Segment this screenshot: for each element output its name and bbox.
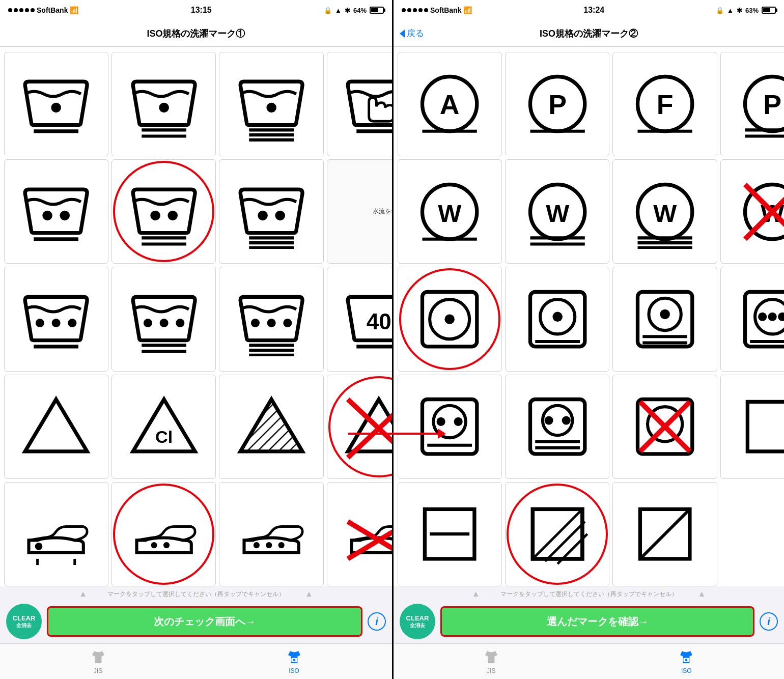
bleach-ok[interactable] <box>4 375 108 479</box>
wash-40-2dot-selected[interactable] <box>111 159 216 264</box>
main-action-button-2[interactable]: 選んだマークを確認→ <box>440 606 754 637</box>
tumble-dry-1dot-bar1[interactable] <box>505 267 609 371</box>
wash-60-3dot[interactable] <box>219 267 323 371</box>
svg-point-110 <box>758 313 767 321</box>
iron-3dot[interactable] <box>219 482 323 586</box>
wifi-icon-2: 📶 <box>463 6 472 14</box>
status-left-1: SoftBank 📶 <box>8 6 78 14</box>
nav-bar-2: 戻る ISO規格の洗濯マーク② <box>394 20 784 47</box>
nav-bar-1: ISO規格の洗濯マーク① <box>0 20 392 47</box>
wet-clean-W2[interactable]: W <box>505 159 609 264</box>
tumble-dry-1dot-selected[interactable] <box>398 267 502 371</box>
svg-point-125 <box>544 416 553 425</box>
tumble-dry-2dot-c[interactable] <box>505 375 609 479</box>
lock-icon-2: 🔒 <box>716 7 724 14</box>
symbols-grid-2: A P F <box>394 47 784 586</box>
handwash[interactable] <box>327 52 392 156</box>
jis-shirt-icon-2 <box>483 649 499 665</box>
wash-60-1dot[interactable] <box>219 52 323 156</box>
tab-iso-2[interactable]: ISO <box>589 644 785 679</box>
wash-30-2dot[interactable] <box>4 159 108 264</box>
clear-label-2: CLEAR <box>406 614 429 623</box>
no-bleach-selected[interactable] <box>327 375 392 479</box>
svg-point-34 <box>267 319 275 327</box>
svg-point-50 <box>254 542 260 548</box>
no-tumble-dry[interactable] <box>612 375 717 479</box>
time-2: 13:24 <box>583 6 604 15</box>
note-1: 水流を示す2本線はこのような表記もあり。 <box>327 159 392 264</box>
svg-text:F: F <box>657 89 674 120</box>
dry-clean-P[interactable]: P <box>505 52 609 156</box>
wash-30-3dot[interactable] <box>4 267 108 371</box>
status-left-2: SoftBank 📶 <box>402 6 472 14</box>
svg-text:Cl: Cl <box>155 427 173 446</box>
svg-point-30 <box>176 319 184 327</box>
tumble-dry-1dot-bar2[interactable] <box>612 267 717 371</box>
svg-point-26 <box>68 319 77 327</box>
no-wet-clean-W[interactable]: W <box>720 159 784 264</box>
bleach-cl[interactable]: Cl <box>111 375 216 479</box>
tab-bar-2: JIS ISO <box>394 643 784 679</box>
svg-point-33 <box>251 319 260 327</box>
no-iron[interactable] <box>327 482 392 586</box>
back-button[interactable]: 戻る <box>400 27 424 39</box>
clear-sub-1: 全消去 <box>16 623 32 629</box>
tumble-dry-2dot-b[interactable] <box>398 375 502 479</box>
carrier-2: SoftBank <box>430 6 461 14</box>
tab-iso-1[interactable]: ISO <box>196 644 392 679</box>
status-bar-2: SoftBank 📶 13:24 🔒 ▲ ✱ 63% <box>394 0 784 20</box>
line-dry-hline[interactable] <box>398 482 502 586</box>
hint-area-1: ▲ マークをタップして選択してください（再タップでキャンセル） ▲ <box>0 586 392 600</box>
svg-point-111 <box>768 313 777 321</box>
info-button-1[interactable]: i <box>368 612 386 631</box>
bleach-shade[interactable] <box>219 375 323 479</box>
lock-icon: 🔒 <box>324 7 332 14</box>
tumble-dry-3dot[interactable] <box>720 267 784 371</box>
dry-clean-F[interactable]: F <box>612 52 717 156</box>
svg-point-19 <box>258 210 268 220</box>
tab-bar-1: JIS ISO <box>0 643 392 679</box>
svg-text:A: A <box>440 89 460 120</box>
dry-clean-P2[interactable]: P <box>720 52 784 156</box>
clear-button-2[interactable]: CLEAR 全消去 <box>400 604 435 639</box>
hint-text-2: マークをタップして選択してください（再タップでキャンセル） <box>500 590 678 599</box>
svg-text:40: 40 <box>367 309 391 334</box>
transition-arrow <box>348 433 440 435</box>
wet-clean-W3[interactable]: W <box>612 159 717 264</box>
svg-rect-123 <box>530 400 584 454</box>
tab-iso-label-1: ISO <box>289 667 299 674</box>
svg-point-35 <box>283 319 292 327</box>
svg-point-5 <box>266 103 276 113</box>
content-1: 水流を示す2本線はこのような表記もあり。 <box>0 47 392 643</box>
wet-clean-W[interactable]: W <box>398 159 502 264</box>
svg-point-16 <box>167 210 178 220</box>
tumble-dry-low[interactable] <box>4 482 108 586</box>
svg-point-105 <box>660 309 670 320</box>
dry-clean-A[interactable]: A <box>398 52 502 156</box>
carrier-1: SoftBank <box>37 6 68 14</box>
battery-text-2: 63% <box>745 7 759 14</box>
back-chevron-icon <box>400 30 405 38</box>
wash-temp-40[interactable]: 40 <box>327 267 392 371</box>
tab-jis-1[interactable]: JIS <box>0 644 196 679</box>
svg-rect-133 <box>747 402 784 451</box>
info-icon-2: i <box>767 616 770 628</box>
tumble-dry-diagonal[interactable] <box>612 482 717 586</box>
iron-2dot-selected[interactable] <box>111 482 216 586</box>
tab-jis-2[interactable]: JIS <box>394 644 589 679</box>
wash-40-3dot[interactable] <box>111 267 216 371</box>
wash-40-1dot[interactable] <box>111 52 216 156</box>
main-btn-label-2: 選んだマークを確認→ <box>547 615 649 629</box>
info-button-2[interactable]: i <box>760 612 778 631</box>
line-dry-square[interactable] <box>720 375 784 479</box>
wash-30-1dot[interactable] <box>4 52 108 156</box>
svg-point-48 <box>151 542 157 548</box>
hint-text-1: マークをタップして選択してください（再タップでキャンセル） <box>107 590 285 599</box>
wash-60-2dot[interactable] <box>219 159 323 264</box>
battery-icon-1 <box>370 7 384 14</box>
main-action-button-1[interactable]: 次のチェック画面へ→ <box>47 606 362 637</box>
hint-area-2: ▲ マークをタップして選択してください（再タップでキャンセル） ▲ <box>394 586 784 600</box>
clear-button-1[interactable]: CLEAR 全消去 <box>6 604 42 639</box>
tab-jis-label-1: JIS <box>94 667 102 674</box>
drip-dry-selected[interactable] <box>505 482 609 586</box>
